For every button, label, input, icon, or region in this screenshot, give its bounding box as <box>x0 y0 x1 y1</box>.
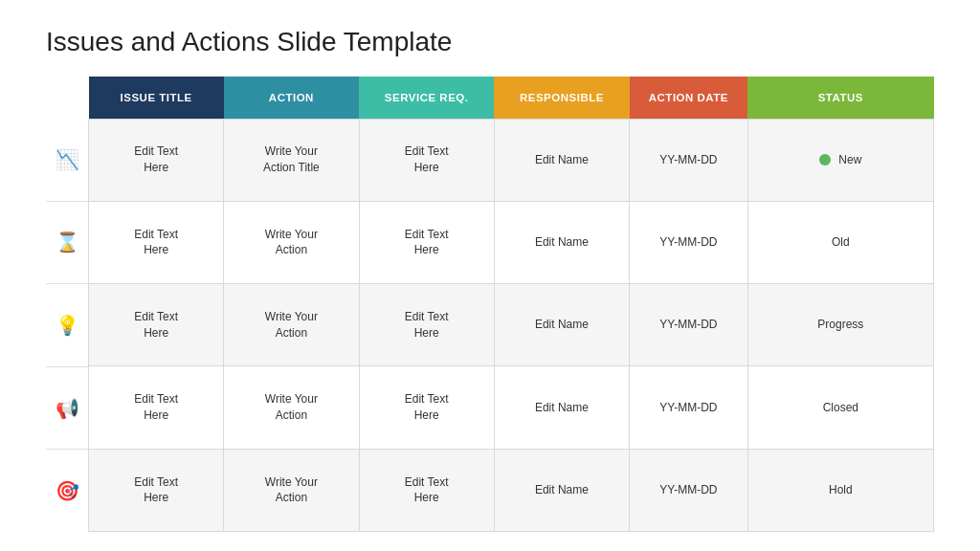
table-row: Edit Text HereWrite Your ActionEdit Text… <box>89 284 934 366</box>
cell-date[interactable]: YY-MM-DD <box>630 119 748 201</box>
table-row: Edit Text HereWrite Your ActionEdit Text… <box>89 366 934 449</box>
cell-date[interactable]: YY-MM-DD <box>630 284 748 366</box>
main-table: ISSUE TITLE ACTION SERVICE REQ. RESPONSI… <box>88 77 934 532</box>
icon-column: 📉⌛💡📢🎯 <box>46 77 88 532</box>
cell-resp[interactable]: Edit Name <box>494 119 629 201</box>
header-action: ACTION <box>224 77 359 119</box>
cell-status[interactable]: Hold <box>747 449 933 531</box>
cell-date[interactable]: YY-MM-DD <box>630 366 748 449</box>
cell-issue[interactable]: Edit Text Here <box>89 284 224 366</box>
page-title: Issues and Actions Slide Template <box>46 27 934 57</box>
table-header-row: ISSUE TITLE ACTION SERVICE REQ. RESPONSI… <box>89 77 934 119</box>
target-icon: 🎯 <box>46 450 88 532</box>
lightbulb-icon: 💡 <box>46 284 88 367</box>
megaphone-icon: 📢 <box>46 367 88 451</box>
header-issue: ISSUE TITLE <box>89 77 224 119</box>
cell-action[interactable]: Write Your Action Title <box>224 119 359 201</box>
cell-issue[interactable]: Edit Text Here <box>89 366 224 449</box>
table-row: Edit Text HereWrite Your Action TitleEdi… <box>89 119 934 201</box>
cell-action[interactable]: Write Your Action <box>224 201 359 283</box>
cell-status[interactable]: New <box>747 119 933 201</box>
hourglass-icon: ⌛ <box>46 202 88 285</box>
header-status: STATUS <box>747 77 933 119</box>
cell-resp[interactable]: Edit Name <box>494 366 629 449</box>
table-row: Edit Text HereWrite Your ActionEdit Text… <box>89 449 934 531</box>
cell-status[interactable]: Progress <box>747 284 933 366</box>
chart-icon: 📉 <box>46 119 88 202</box>
table-row: Edit Text HereWrite Your ActionEdit Text… <box>89 201 934 283</box>
cell-service[interactable]: Edit Text Here <box>359 201 494 283</box>
cell-resp[interactable]: Edit Name <box>494 201 629 283</box>
cell-service[interactable]: Edit Text Here <box>359 119 494 201</box>
status-dot <box>819 154 831 165</box>
cell-status[interactable]: Closed <box>747 366 933 449</box>
header-resp: RESPONSIBLE <box>494 77 629 119</box>
status-label: New <box>838 152 861 168</box>
header-service: SERVICE REQ. <box>359 77 494 119</box>
cell-issue[interactable]: Edit Text Here <box>89 119 224 201</box>
cell-action[interactable]: Write Your Action <box>224 284 359 366</box>
cell-service[interactable]: Edit Text Here <box>359 284 494 366</box>
header-date: ACTION DATE <box>630 77 748 119</box>
cell-resp[interactable]: Edit Name <box>494 449 629 531</box>
cell-issue[interactable]: Edit Text Here <box>89 449 224 531</box>
cell-service[interactable]: Edit Text Here <box>359 366 494 449</box>
cell-service[interactable]: Edit Text Here <box>359 449 494 531</box>
cell-resp[interactable]: Edit Name <box>494 284 629 366</box>
cell-status[interactable]: Old <box>747 201 933 283</box>
cell-action[interactable]: Write Your Action <box>224 366 359 449</box>
cell-date[interactable]: YY-MM-DD <box>630 201 748 283</box>
cell-issue[interactable]: Edit Text Here <box>89 201 224 283</box>
cell-action[interactable]: Write Your Action <box>224 449 359 531</box>
cell-date[interactable]: YY-MM-DD <box>630 449 748 531</box>
table-wrapper: 📉⌛💡📢🎯 ISSUE TITLE ACTION SERVICE REQ. RE… <box>46 77 934 532</box>
